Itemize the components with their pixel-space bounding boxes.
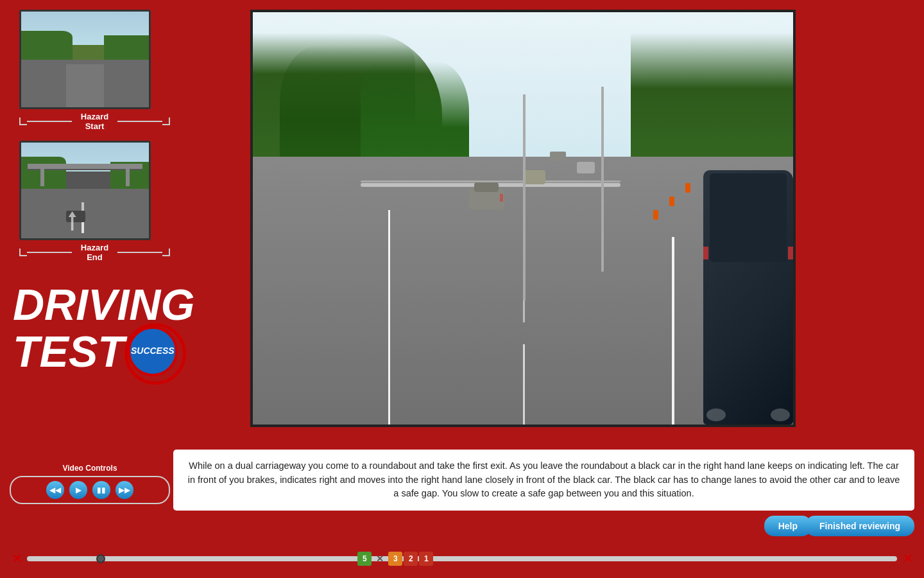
rewind-icon: ◀◀ <box>49 486 61 495</box>
hazard-start-container: Hazard Start <box>10 10 170 131</box>
video-controls-label: Video Controls <box>10 464 170 473</box>
progress-track[interactable]: 5 ✕ 3 2 1 <box>27 556 897 561</box>
forward-icon: ▶▶ <box>119 486 130 495</box>
logo-driving-text: DRIVING <box>13 283 231 326</box>
score-separator-icon: ✕ <box>373 552 387 566</box>
hazard-end-label-line: Hazard End <box>19 243 170 262</box>
hazard-end-container: Hazard End <box>10 141 170 262</box>
video-scene <box>253 12 793 425</box>
score-2-badge: 2 <box>404 552 418 566</box>
logo-test-row: TEST SUCCESS <box>13 326 231 376</box>
hazard-start-label: Hazard Start <box>72 112 117 131</box>
logo-test-text: TEST <box>13 329 124 373</box>
left-x-marker[interactable]: ✕ <box>10 552 24 566</box>
score-3-badge: 3 <box>388 552 402 566</box>
help-button[interactable]: Help <box>764 516 812 536</box>
hazard-end-thumbnail <box>19 141 151 240</box>
right-x-marker[interactable]: ✕ <box>900 552 914 566</box>
description-box: While on a dual carriageway you come to … <box>173 450 914 511</box>
hazard-end-label: Hazard End <box>72 243 117 262</box>
finished-reviewing-button[interactable]: Finished reviewing <box>805 516 914 536</box>
score-1-badge: 1 <box>419 552 433 566</box>
rewind-button[interactable]: ◀◀ <box>46 481 64 499</box>
progress-bar-area: ✕ 5 ✕ 3 2 1 ✕ <box>10 549 914 568</box>
hazard-start-label-line: Hazard Start <box>19 112 170 131</box>
pause-icon: ▮▮ <box>97 486 106 495</box>
left-panel: Hazard Start <box>10 10 170 265</box>
success-badge-text: SUCCESS <box>131 346 175 356</box>
main-video <box>250 10 796 427</box>
pause-button[interactable]: ▮▮ <box>92 481 110 499</box>
score-5-badge: 5 <box>357 552 372 566</box>
logo: DRIVING TEST SUCCESS <box>13 283 231 376</box>
success-badge: SUCCESS <box>128 326 178 376</box>
controls-bar: ◀◀ ▶ ▮▮ ▶▶ <box>10 476 170 504</box>
main-background: Hazard Start <box>0 0 924 578</box>
video-controls-panel: Video Controls ◀◀ ▶ ▮▮ ▶▶ <box>10 464 170 504</box>
description-text: While on a dual carriageway you come to … <box>188 460 900 499</box>
forward-button[interactable]: ▶▶ <box>116 481 133 499</box>
play-icon: ▶ <box>76 486 81 495</box>
play-button[interactable]: ▶ <box>69 481 87 499</box>
hazard-start-thumbnail <box>19 10 151 109</box>
progress-thumb <box>96 554 105 563</box>
score-markers-group: 5 ✕ 3 2 1 <box>357 552 433 566</box>
